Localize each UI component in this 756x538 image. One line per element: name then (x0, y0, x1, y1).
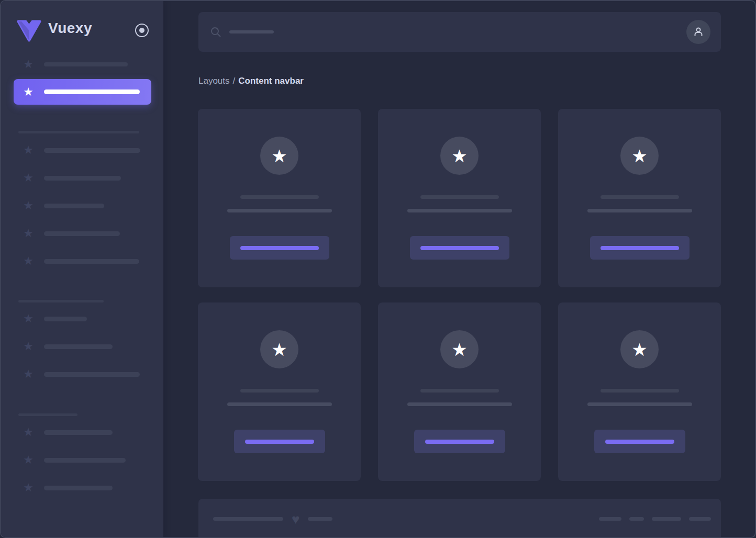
placeholder-bar (689, 517, 711, 521)
placeholder-bar (599, 517, 621, 521)
placeholder-line (587, 402, 692, 406)
star-icon: ★ (22, 481, 35, 494)
breadcrumb-current: Content navbar (238, 76, 304, 86)
menu-pin-toggle-icon[interactable] (135, 24, 149, 37)
placeholder-line (240, 389, 319, 393)
star-icon: ★ (22, 426, 35, 439)
placeholder-bar (44, 89, 140, 94)
card-button[interactable] (234, 430, 325, 453)
star-icon: ★ (22, 368, 35, 380)
search-input[interactable] (210, 26, 686, 38)
star-icon: ★ (22, 255, 35, 267)
breadcrumb-parent[interactable]: Layouts (198, 76, 230, 86)
card-button[interactable] (230, 236, 329, 260)
star-icon: ★ (22, 227, 35, 240)
sidebar: Vuexy ★ ★ ★ ★ ★ ★ (1, 1, 163, 537)
top-navbar (198, 12, 721, 52)
card-avatar: ★ (440, 137, 479, 175)
placeholder-line (407, 209, 512, 212)
placeholder-line (227, 402, 332, 406)
footer-links (599, 517, 711, 521)
placeholder-bar (44, 458, 126, 463)
sidebar-item[interactable]: ★ (22, 227, 120, 240)
placeholder-bar (44, 148, 140, 153)
card-button[interactable] (594, 430, 685, 453)
star-icon: ★ (22, 312, 35, 325)
sidebar-item[interactable]: ★ (22, 58, 128, 71)
placeholder-bar (629, 517, 644, 521)
search-placeholder-bar (229, 30, 274, 33)
button-label-placeholder (420, 246, 499, 250)
star-icon: ★ (631, 341, 647, 358)
section-header-placeholder (18, 413, 77, 416)
vuexy-logo-icon (17, 20, 41, 42)
card-button[interactable] (414, 430, 505, 453)
placeholder-bar (44, 486, 113, 490)
card-button[interactable] (590, 236, 690, 260)
card: ★ (198, 302, 361, 481)
placeholder-bar (308, 517, 332, 521)
button-label-placeholder (240, 246, 319, 250)
brand-name: Vuexy (48, 20, 92, 37)
card: ★ (558, 302, 721, 481)
sidebar-item[interactable]: ★ (22, 144, 140, 156)
card-avatar: ★ (260, 137, 298, 175)
placeholder-line (420, 389, 499, 393)
breadcrumb: Layouts/Content navbar (198, 76, 304, 86)
button-label-placeholder (245, 440, 314, 444)
button-label-placeholder (601, 246, 679, 250)
sidebar-item[interactable]: ★ (22, 454, 126, 466)
placeholder-bar (44, 231, 120, 236)
pin-toggle-dot (139, 28, 144, 33)
star-icon: ★ (22, 58, 35, 71)
app-frame: Vuexy ★ ★ ★ ★ ★ ★ (0, 0, 756, 538)
card-avatar: ★ (620, 137, 659, 175)
search-icon (210, 26, 221, 38)
card-avatar: ★ (260, 330, 298, 368)
user-avatar[interactable] (686, 20, 710, 44)
star-icon: ★ (22, 454, 35, 466)
card: ★ (198, 109, 361, 287)
sidebar-item[interactable]: ★ (22, 481, 113, 494)
sidebar-item[interactable]: ★ (22, 312, 87, 325)
star-icon: ★ (22, 172, 35, 184)
sidebar-item[interactable]: ★ (22, 426, 113, 439)
footer: ♥ (198, 499, 721, 538)
placeholder-bar (44, 176, 121, 181)
placeholder-bar (44, 430, 113, 435)
placeholder-line (227, 209, 332, 212)
placeholder-line (420, 195, 499, 199)
star-icon: ★ (631, 147, 647, 165)
placeholder-bar (44, 344, 113, 349)
section-header-placeholder (18, 300, 104, 302)
button-label-placeholder (605, 440, 674, 444)
placeholder-line (601, 195, 679, 199)
star-icon: ★ (22, 86, 35, 98)
sidebar-item[interactable]: ★ (22, 172, 121, 184)
breadcrumb-separator: / (233, 76, 236, 86)
star-icon: ★ (271, 341, 287, 358)
star-icon: ★ (22, 199, 35, 212)
card-avatar: ★ (440, 330, 479, 368)
sidebar-item[interactable]: ★ (22, 199, 104, 212)
placeholder-bar (213, 517, 283, 521)
star-icon: ★ (451, 341, 467, 358)
sidebar-item[interactable]: ★ (22, 340, 113, 353)
placeholder-bar (652, 517, 681, 521)
placeholder-line (240, 195, 319, 199)
sidebar-item-active[interactable]: ★ (14, 79, 151, 105)
placeholder-bar (44, 204, 104, 208)
heart-icon: ♥ (292, 512, 299, 526)
button-label-placeholder (425, 440, 494, 444)
card: ★ (378, 109, 541, 287)
placeholder-bar (44, 317, 87, 321)
card: ★ (558, 109, 721, 287)
card-grid: ★ ★ ★ (198, 109, 721, 481)
star-icon: ★ (22, 340, 35, 353)
section-header-placeholder (18, 131, 139, 133)
sidebar-item[interactable]: ★ (22, 255, 139, 267)
card-button[interactable] (410, 236, 509, 260)
star-icon: ★ (22, 144, 35, 156)
star-icon: ★ (451, 147, 467, 165)
sidebar-item[interactable]: ★ (22, 368, 140, 380)
